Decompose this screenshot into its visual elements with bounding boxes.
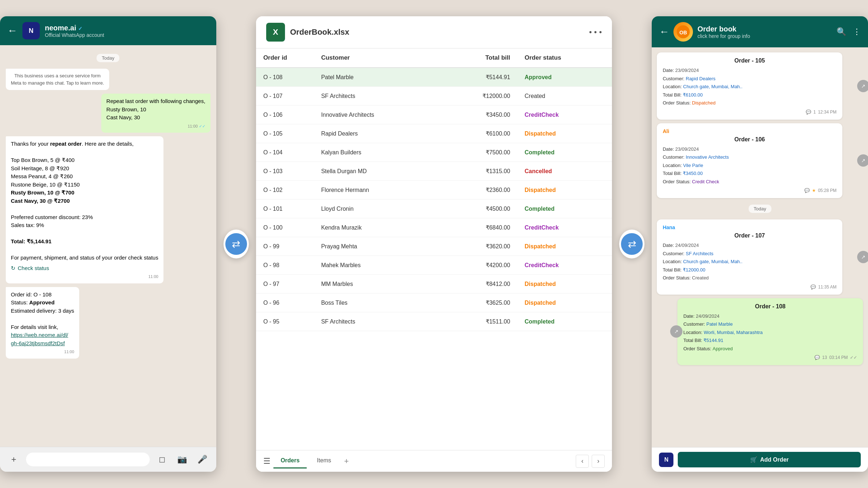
order-card-footer: 💬 ★ 05:28 PM	[663, 188, 837, 193]
share-button-108[interactable]: ↗	[670, 325, 682, 338]
check-status-button[interactable]: ↻ Check status	[11, 264, 49, 273]
sheet-menu-button[interactable]: ☰	[263, 457, 271, 466]
message-text: Thanks for your repeat order. Here are t…	[11, 140, 158, 262]
card-time: 03:14 PM	[829, 355, 848, 360]
share-button-106[interactable]: ↗	[857, 154, 868, 167]
read-tick: ✓✓	[199, 124, 205, 128]
cell-order-id: O - 98	[256, 256, 314, 275]
order-card-wrapper-106: Ali Order - 106 Date: 23/09/2024 Custome…	[657, 123, 863, 198]
search-icon[interactable]: 🔍	[837, 27, 846, 37]
cell-customer: Patel Marble	[314, 68, 439, 87]
order-field-customer: Customer: Innovative Architects	[663, 154, 837, 161]
cell-customer: Mahek Marbles	[314, 256, 439, 275]
order-field-date: Date: 23/09/2024	[663, 146, 837, 153]
order-card-107: Hana Order - 107 Date: 24/09/2024 Custom…	[657, 219, 842, 295]
swap-left-button[interactable]: ⇄	[224, 230, 249, 258]
cell-order-id: O - 95	[256, 312, 314, 331]
tab-items[interactable]: Items	[310, 454, 338, 468]
table-row[interactable]: O - 103Stella Durgan MD₹1315.00Cancelled	[256, 162, 612, 181]
cell-total-bill: ₹7500.00	[439, 143, 517, 162]
nav-prev-button[interactable]: ‹	[576, 455, 589, 468]
table-row[interactable]: O - 100Kendra Murazik₹6840.00CreditCheck	[256, 218, 612, 237]
verified-icon: ✓	[78, 26, 82, 31]
table-row[interactable]: O - 95SF Architects₹1511.00Completed	[256, 312, 612, 331]
more-options-icon[interactable]: ⋮	[853, 27, 861, 37]
cell-customer: Prayag Mehta	[314, 237, 439, 256]
cell-customer: MM Marbles	[314, 275, 439, 294]
cell-customer: Rapid Dealers	[314, 124, 439, 143]
order-book-avatar: OB	[673, 22, 693, 42]
swap-right-button[interactable]: ⇄	[619, 230, 644, 258]
camera-button[interactable]: 📷	[174, 451, 190, 467]
back-button-right[interactable]: ←	[659, 26, 669, 38]
mic-button[interactable]: 🎤	[195, 451, 210, 467]
chat-icon: 💬	[814, 355, 820, 360]
excel-panel: X OrderBook.xlsx • • • Order id Customer…	[256, 16, 612, 472]
chat-icon: 💬	[806, 110, 811, 115]
chat-messages: Today This business uses a secure servic…	[0, 45, 216, 447]
cell-order-status: Dispatched	[518, 181, 612, 200]
sender-name: Hana	[663, 224, 837, 230]
swap-icon: ⇄	[225, 233, 247, 255]
cell-order-id: O - 107	[256, 87, 314, 106]
cell-total-bill: ₹6100.00	[439, 124, 517, 143]
cell-customer: Florence Hermann	[314, 181, 439, 200]
col-header-order-status: Order status	[518, 48, 612, 68]
cart-icon: 🛒	[750, 456, 757, 463]
table-row[interactable]: O - 99Prayag Mehta₹3620.00Dispatched	[256, 237, 612, 256]
cell-customer: Boss Tiles	[314, 294, 439, 312]
cell-order-status: Dispatched	[518, 275, 612, 294]
sticker-button[interactable]: ◻	[154, 451, 170, 467]
table-row[interactable]: O - 98Mahek Marbles₹4200.00CreditCheck	[256, 256, 612, 275]
cell-total-bill: ₹3625.00	[439, 294, 517, 312]
cell-order-id: O - 104	[256, 143, 314, 162]
table-row[interactable]: O - 101Lloyd Cronin₹4500.00Completed	[256, 200, 612, 218]
table-row[interactable]: O - 107SF Architects₹12000.00Created	[256, 87, 612, 106]
order-link[interactable]: https://web.neome.ai/dl/gh-6aj23tjbsmsdf…	[11, 332, 68, 346]
order-field-status: Order Status: Created	[663, 274, 837, 282]
share-button-107[interactable]: ↗	[857, 251, 868, 263]
cell-customer: Kendra Murazik	[314, 218, 439, 237]
sender-name: Ali	[663, 128, 837, 134]
order-book-name: Order book	[697, 25, 832, 33]
table-row[interactable]: O - 106Innovative Architects₹3450.00Cred…	[256, 106, 612, 124]
table-body: O - 108Patel Marble₹5144.91ApprovedO - 1…	[256, 68, 612, 331]
tab-orders[interactable]: Orders	[273, 454, 307, 468]
nav-next-button[interactable]: ›	[592, 455, 605, 468]
cell-total-bill: ₹8412.00	[439, 275, 517, 294]
emoji-button[interactable]: +	[6, 451, 22, 467]
share-button-105[interactable]: ↗	[857, 80, 868, 92]
cell-order-status: Dispatched	[518, 237, 612, 256]
chat-header: ← N neome.ai ✓ Official WhatsApp account	[0, 16, 216, 45]
order-card-title: Order - 105	[663, 57, 837, 64]
cell-order-id: O - 96	[256, 294, 314, 312]
table-row[interactable]: O - 108Patel Marble₹5144.91Approved	[256, 68, 612, 87]
cell-order-id: O - 101	[256, 200, 314, 218]
cell-customer: Innovative Architects	[314, 106, 439, 124]
order-field-status: Order Status: Dispatched	[663, 99, 837, 107]
back-button[interactable]: ←	[7, 25, 17, 37]
cell-total-bill: ₹4200.00	[439, 256, 517, 275]
table-row[interactable]: O - 104Kalyan Builders₹7500.00Completed	[256, 143, 612, 162]
table-row[interactable]: O - 105Rapid Dealers₹6100.00Dispatched	[256, 124, 612, 143]
add-order-button[interactable]: 🛒 Add Order	[678, 452, 861, 467]
chat-icon: 💬	[810, 284, 816, 290]
message-bubble: This business uses a secure service form…	[6, 69, 109, 90]
message-time: 11:00 ✓✓	[106, 123, 205, 129]
cell-total-bill: ₹12000.00	[439, 87, 517, 106]
order-field-total-bill: Total Bill: ₹3450.00	[663, 170, 837, 177]
table-header: Order id Customer Total bill Order statu…	[256, 48, 612, 68]
excel-menu-button[interactable]: • • •	[589, 27, 602, 37]
msg-count: 1	[813, 110, 816, 115]
order-book-subtitle: click here for group info	[697, 33, 832, 39]
table-row[interactable]: O - 97MM Marbles₹8412.00Dispatched	[256, 275, 612, 294]
chat-input[interactable]	[26, 453, 150, 466]
order-card-wrapper-108: ↗ Order - 108 Date: 24/09/2024 Customer:…	[657, 298, 863, 365]
table-row[interactable]: O - 96Boss Tiles₹3625.00Dispatched	[256, 294, 612, 312]
order-card-title: Order - 106	[663, 136, 837, 143]
footer-nav: ‹ ›	[576, 455, 605, 468]
chat-contact-name: neome.ai ✓	[45, 24, 209, 32]
tab-add-button[interactable]: +	[341, 457, 352, 466]
table-row[interactable]: O - 102Florence Hermann₹2360.00Dispatche…	[256, 181, 612, 200]
cell-order-id: O - 97	[256, 275, 314, 294]
